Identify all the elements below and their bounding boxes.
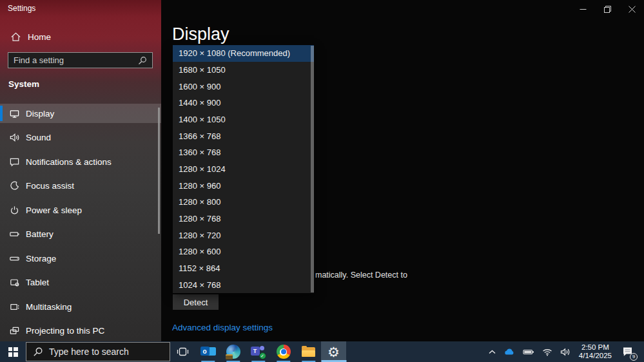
tray-volume-button[interactable] [556, 341, 574, 362]
tray-network-button[interactable] [538, 341, 556, 362]
chevron-up-icon [489, 350, 496, 354]
resolution-option[interactable]: 1366 × 768 [173, 128, 314, 144]
resolution-option[interactable]: 1680 × 1050 [173, 62, 314, 79]
desktop-screen: Settings Home System Display [0, 0, 644, 362]
clock-time: 2:50 PM [579, 343, 612, 352]
minimize-button[interactable] [571, 0, 595, 18]
sidebar-item-label: Projecting to this PC [26, 326, 104, 336]
sidebar-item-storage[interactable]: Storage [0, 249, 161, 268]
window-controls [571, 0, 644, 18]
sidebar-item-power-sleep[interactable]: Power & sleep [0, 200, 161, 220]
minimize-icon [580, 6, 587, 13]
sidebar-item-focus-assist[interactable]: Focus assist [0, 176, 161, 195]
sidebar-item-home[interactable]: Home [0, 28, 161, 45]
battery-icon [8, 228, 20, 240]
resolution-option[interactable]: 1600 × 900 [173, 78, 314, 95]
resolution-option[interactable]: 1280 × 960 [173, 177, 314, 194]
window-title: Settings [8, 4, 35, 13]
sidebar-item-label: Battery [26, 229, 54, 239]
task-view-button[interactable] [170, 341, 195, 362]
taskbar-file-explorer[interactable] [296, 341, 321, 362]
page-title: Display [172, 24, 229, 44]
resolution-option[interactable]: 1280 × 720 [173, 227, 314, 243]
gear-icon: ⚙ [327, 345, 340, 359]
clock-date: 4/14/2025 [579, 352, 612, 360]
resolution-option[interactable]: 1280 × 800 [173, 194, 314, 211]
tray-battery-button[interactable] [519, 341, 538, 362]
close-icon [629, 6, 636, 13]
power-icon [8, 204, 20, 216]
file-explorer-icon [301, 344, 317, 359]
sidebar-item-tablet[interactable]: Tablet [0, 272, 161, 292]
taskbar-search-placeholder: Type here to search [49, 347, 129, 357]
sidebar-item-label: Notifications & actions [26, 157, 112, 167]
sidebar-item-notifications[interactable]: Notifications & actions [0, 152, 161, 171]
resolution-option[interactable]: 1920 × 1080 (Recommended) [173, 45, 314, 62]
sidebar-item-label: Home [28, 32, 51, 42]
sidebar-section-system: System [8, 79, 39, 89]
taskbar: Type here to search o T [0, 341, 644, 362]
system-tray: 2:50 PM 4/14/2025 9 [485, 341, 644, 362]
teams-icon: T ✓ [251, 344, 266, 359]
close-button[interactable] [620, 0, 644, 18]
tray-chevron-button[interactable] [485, 341, 500, 362]
find-setting-input[interactable] [8, 55, 138, 65]
resolution-option[interactable]: 1152 × 864 [173, 260, 314, 277]
action-center-button[interactable]: 9 [616, 341, 638, 362]
projecting-icon [8, 325, 20, 336]
resolution-option[interactable]: 1280 × 768 [173, 211, 314, 227]
sidebar-item-label: Display [26, 109, 54, 119]
briefcase-badge-icon [226, 354, 233, 359]
sidebar-item-display[interactable]: Display [0, 104, 161, 123]
resolution-option[interactable]: 1440 × 900 [173, 95, 314, 111]
tray-onedrive-button[interactable] [500, 341, 519, 362]
wifi-icon [542, 348, 552, 356]
sidebar-item-projecting[interactable]: Projecting to this PC [0, 321, 161, 340]
taskbar-chrome[interactable] [271, 341, 296, 362]
notifications-icon [8, 156, 20, 167]
sidebar-item-multitasking[interactable]: Multitasking [0, 297, 161, 316]
resolution-option[interactable]: 1400 × 1050 [173, 111, 314, 128]
volume-icon [560, 348, 571, 356]
sidebar-item-battery[interactable]: Battery [0, 224, 161, 243]
sidebar-item-label: Sound [26, 133, 51, 142]
windows-logo-icon [8, 347, 18, 357]
restore-icon [604, 6, 611, 13]
resolution-option[interactable]: 1024 × 768 [173, 276, 314, 293]
resolution-option[interactable]: 1360 × 768 [173, 144, 314, 161]
resolution-option[interactable]: 1280 × 600 [173, 243, 314, 260]
sidebar-item-label: Tablet [26, 278, 49, 287]
sidebar-item-label: Power & sleep [26, 205, 82, 215]
sidebar: Settings Home System Display [0, 0, 161, 341]
check-badge-icon: ✓ [259, 352, 266, 359]
taskbar-clock[interactable]: 2:50 PM 4/14/2025 [574, 343, 616, 360]
sidebar-item-sound[interactable]: Sound [0, 128, 161, 147]
dropdown-scrollbar[interactable] [311, 46, 314, 292]
edge-icon [226, 344, 241, 359]
start-button[interactable] [0, 341, 26, 362]
taskbar-edge[interactable] [220, 341, 246, 362]
advanced-display-settings-link[interactable]: Advanced display settings [172, 323, 273, 332]
display-icon [8, 108, 20, 119]
taskbar-settings[interactable]: ⚙ [321, 341, 346, 362]
outlook-icon: o [200, 344, 216, 359]
task-view-icon [177, 347, 189, 357]
onedrive-cloud-icon [503, 348, 515, 356]
settings-window: Settings Home System Display [0, 0, 644, 341]
main-pane: Display matically. Select Detect to Dete… [161, 0, 644, 341]
notification-badge: 9 [630, 353, 638, 361]
focus-assist-icon [8, 180, 20, 191]
taskbar-search[interactable]: Type here to search [26, 342, 170, 361]
search-icon [33, 347, 43, 357]
restore-button[interactable] [595, 0, 620, 18]
resolution-option[interactable]: 1280 × 1024 [173, 161, 314, 178]
sound-icon [8, 131, 20, 143]
detect-button[interactable]: Detect [173, 294, 219, 310]
multitasking-icon [8, 301, 20, 312]
sidebar-item-label: Storage [26, 254, 56, 263]
taskbar-teams[interactable]: T ✓ [246, 341, 271, 362]
search-icon[interactable] [138, 56, 147, 65]
sidebar-scrollbar[interactable] [158, 108, 160, 234]
sidebar-item-label: Focus assist [26, 181, 74, 191]
taskbar-outlook[interactable]: o [195, 341, 220, 362]
